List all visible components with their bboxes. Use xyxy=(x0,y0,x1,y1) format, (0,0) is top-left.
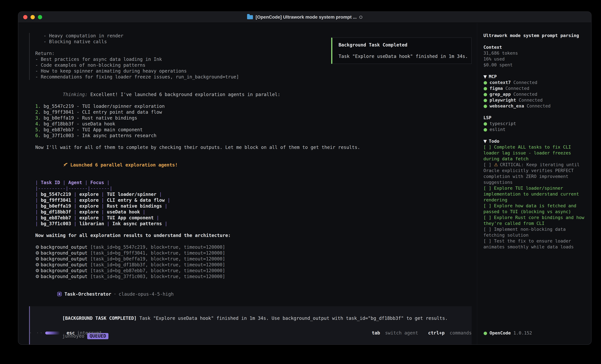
esc-key-hint: esc xyxy=(67,330,75,336)
todo-checkbox: [ ] xyxy=(483,239,491,243)
table-cell-focus: Rust native bindings xyxy=(107,203,162,209)
chevron-down-icon: ▼ xyxy=(483,74,487,79)
tool-call-name: background_output xyxy=(41,244,88,250)
status-dot-icon: ● xyxy=(483,86,487,91)
lsp-server-name: eslint xyxy=(490,127,506,132)
agents-table: | Task ID | Agent | Focus | |----------|… xyxy=(35,180,472,227)
table-cell-agent: explore xyxy=(79,192,99,197)
agent-id-item: 2.bg_f9ff3041 - CLI entry point and data… xyxy=(35,109,472,115)
chevron-down-icon: ▼ xyxy=(483,139,487,144)
close-button[interactable] xyxy=(23,15,27,19)
lsp-server-name: typescript xyxy=(490,121,516,126)
todo-checkbox: [ ] xyxy=(483,186,491,191)
agent-id-text: bg_df18bb3f - useData hook xyxy=(44,121,115,126)
mcp-server-name: playwright xyxy=(490,97,516,103)
table-cell-focus: TUI App component xyxy=(107,215,154,220)
tool-call-line: ⚙background_output[task_id=bg_5547c219, … xyxy=(35,244,472,250)
table-row: | bg_b0effa19 | explore | Rust native bi… xyxy=(35,203,472,209)
agent-id-list: 1.bg_5547c219 - TUI loader/spinner explo… xyxy=(35,103,472,139)
tool-call-args: [task_id=bg_f9ff3041, block=true, timeou… xyxy=(90,250,225,256)
agent-id-item: 3.bg_b0effa19 - Rust native bindings xyxy=(35,115,472,121)
context-stat-line: $0.00 spent xyxy=(483,62,585,68)
tool-call-name: background_output xyxy=(41,250,88,256)
tool-call-args: [task_id=bg_eb87ebb7, block=true, timeou… xyxy=(90,268,225,273)
mcp-server-status: Connected xyxy=(519,97,542,103)
event-message: [BACKGROUND TASK COMPLETED] Task "Explor… xyxy=(35,309,467,327)
todo-checkbox: [ ] xyxy=(483,215,491,220)
todo-item: [ ]⚠CRITICAL: Keep iterating until Oracl… xyxy=(483,162,585,185)
gear-icon: ⚙ xyxy=(35,274,39,279)
table-cell-task-id: bg_37f1c003 xyxy=(41,221,71,226)
context-stat-line: 31,686 tokens xyxy=(483,50,585,56)
gear-icon: ⚙ xyxy=(35,262,39,268)
app-version-footer: ●OpenCode1.0.152 xyxy=(483,330,532,336)
table-cell-agent: librarian xyxy=(79,221,104,226)
tool-call-line: ⚙background_output[task_id=bg_f9ff3041, … xyxy=(35,250,472,256)
todo-item: [ ]Test the fix to ensure loader animate… xyxy=(483,238,585,250)
table-row: | bg_5547c219 | explore | TUI loader/spi… xyxy=(35,192,472,197)
context-section: Context 31,686 tokens16% used$0.00 spent xyxy=(483,44,585,68)
mcp-item: ●playwrightConnected xyxy=(483,97,585,103)
agent-id-text: bg_f9ff3041 - CLI entry point and data f… xyxy=(44,109,162,115)
minimize-button[interactable] xyxy=(30,15,35,19)
status-dot-icon: ● xyxy=(483,121,487,126)
mcp-server-status: Connected xyxy=(513,80,537,85)
agent-id-text: bg_eb87ebb7 - TUI App main component xyxy=(44,127,143,133)
notification-body: Task "Explore useData hook" finished in … xyxy=(339,54,470,59)
tool-call-name: background_output xyxy=(41,274,88,279)
todo-text: Complete ALL tasks to fix CLI loader lag… xyxy=(483,144,571,161)
status-bar-right: tab switch agent ctrl+p commands xyxy=(372,330,472,336)
table-cell-task-id: bg_f9ff3041 xyxy=(41,198,71,203)
thinking-label: Thinking: xyxy=(63,92,88,97)
table-row: | bg_37f1c003 | librarian | Ink async pa… xyxy=(35,221,472,227)
mcp-server-name: context7 xyxy=(490,80,511,85)
status-dot-icon: ● xyxy=(483,127,487,132)
list-number: 2. xyxy=(35,109,41,115)
todo-header[interactable]: ▼Todo xyxy=(483,138,585,144)
progress-spinner-bar xyxy=(45,332,60,335)
agent-status-line: Task-Orchestrator·claude-opus-4-5-high xyxy=(35,285,472,303)
todo-checkbox: [ ] xyxy=(483,162,491,167)
table-cell-focus: CLI entry & data flow xyxy=(107,198,165,203)
rocket-icon xyxy=(63,162,68,167)
zoom-button[interactable] xyxy=(38,15,42,19)
table-separator-row: |----------|-------|-------| xyxy=(35,186,472,192)
gear-icon: ⚙ xyxy=(35,256,39,262)
window-content: - Heavy computation in render - Blocking… xyxy=(18,23,591,345)
table-header-cell: Task ID xyxy=(41,180,60,185)
todo-list: [ ]Complete ALL tasks to fix CLI loader … xyxy=(483,144,585,250)
agent-id-text: bg_5547c219 - TUI loader/spinner explora… xyxy=(44,104,165,109)
lsp-section: LSP ●typescript●eslint xyxy=(483,115,585,133)
table-cell-focus: Ink async patterns xyxy=(112,221,162,226)
notification-title: Background Task Completed xyxy=(339,42,470,48)
ctrlp-key-label: commands xyxy=(450,330,472,336)
ctrlp-key-hint: ctrl+p xyxy=(428,330,445,336)
window-title-text: [OpenCode] Ultrawork mode system prompt … xyxy=(256,14,357,20)
todo-item: [ ]Explore Rust core bindings and how th… xyxy=(483,215,585,226)
app-version: 1.0.152 xyxy=(513,330,532,335)
tool-result-line: - How to keep spinner animating during h… xyxy=(35,68,472,74)
lsp-list: ●typescript●eslint xyxy=(483,121,585,133)
status-dot-icon: ● xyxy=(483,92,487,97)
tool-call-args: [task_id=bg_37f1c003, block=true, timeou… xyxy=(90,274,225,279)
mcp-header[interactable]: ▼MCP xyxy=(483,74,585,80)
status-dot-icon: ● xyxy=(483,97,487,103)
table-row: | bg_eb87ebb7 | explore | TUI App compon… xyxy=(35,215,472,221)
titlebar: [OpenCode] Ultrawork mode system prompt … xyxy=(18,12,591,23)
context-stats: 31,686 tokens16% used$0.00 spent xyxy=(483,50,585,68)
todo-text: Test the fix to ensure loader animates s… xyxy=(483,239,574,249)
wait-paragraph: Now I'll wait for all of them to complet… xyxy=(35,144,472,150)
table-row: | bg_df18bb3f | explore | useData hook | xyxy=(35,209,472,215)
launch-banner: Launched 6 parallel exploration agents! xyxy=(35,156,472,174)
lsp-item: ●typescript xyxy=(483,121,585,126)
todo-checkbox: [ ] xyxy=(483,144,491,150)
mcp-server-name: figma xyxy=(490,86,503,91)
table-cell-task-id: bg_b0effa19 xyxy=(41,203,71,209)
agent-id-item: 6.bg_37f1c003 - Ink async patterns resea… xyxy=(35,133,472,139)
app-name: OpenCode xyxy=(490,330,511,335)
thinking-line: Thinking:Excellent! I've launched 6 back… xyxy=(35,86,472,103)
tool-call-line: ⚙background_output[task_id=bg_b0effa19, … xyxy=(35,256,472,262)
table-header-cell: Focus xyxy=(90,180,104,185)
agent-id-item: 5.bg_eb87ebb7 - TUI App main component xyxy=(35,127,472,133)
table-cell-agent: explore xyxy=(79,198,99,203)
